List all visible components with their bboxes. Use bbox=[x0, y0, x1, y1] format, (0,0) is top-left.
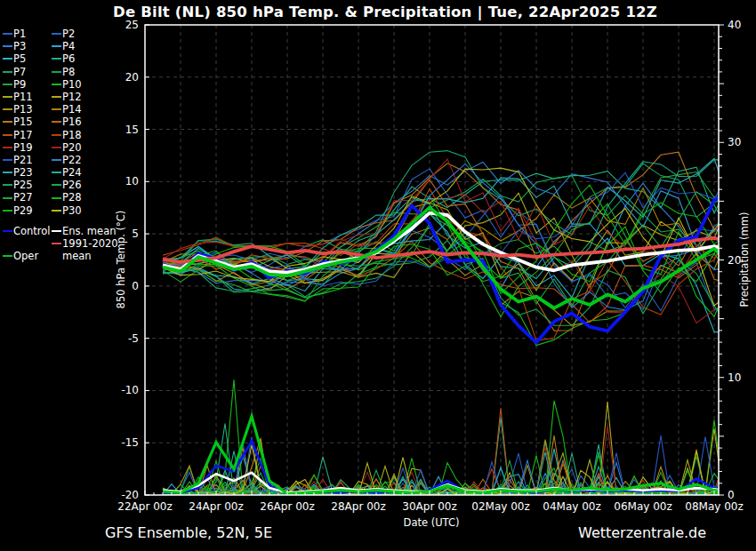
legend-label: P8 bbox=[62, 66, 75, 78]
legend-label: P7 bbox=[13, 66, 26, 78]
legend-item-p17: P17 bbox=[3, 129, 52, 141]
left-axis-tick-label: 5 bbox=[132, 228, 139, 240]
legend-label: P13 bbox=[13, 103, 33, 116]
x-axis-tick-label: 30Apr 00z bbox=[402, 500, 456, 513]
legend-item-p19: P19 bbox=[3, 141, 52, 154]
legend-item-p30: P30 bbox=[52, 204, 118, 217]
legend-item-p28: P28 bbox=[52, 191, 118, 204]
ensemble-member-temp-line bbox=[163, 214, 732, 333]
ens-mean-line-swatch bbox=[52, 230, 61, 232]
legend-label: P12 bbox=[62, 91, 82, 103]
legend: P1P2P3P4P5P6P7P8P9P10P11P12P13P14P15P16P… bbox=[3, 28, 118, 262]
legend-item-clim-mean: 1991-2020 bbox=[52, 237, 118, 250]
member-line-swatch bbox=[3, 108, 12, 110]
left-axis-tick-label: 10 bbox=[125, 175, 139, 188]
right-axis-tick-label: 30 bbox=[728, 136, 741, 148]
legend-label: P27 bbox=[13, 191, 33, 204]
member-line-swatch bbox=[3, 159, 12, 161]
legend-item-p16: P16 bbox=[52, 116, 118, 128]
legend-item-p13: P13 bbox=[3, 103, 52, 116]
member-line-swatch bbox=[52, 147, 61, 148]
x-axis-title: Date (UTC) bbox=[404, 516, 460, 529]
clim-mean-line-swatch bbox=[52, 243, 61, 244]
member-line-swatch bbox=[52, 197, 61, 199]
legend-item-p18: P18 bbox=[52, 129, 118, 141]
right-axis-tick-label: 40 bbox=[728, 19, 741, 31]
member-line-swatch bbox=[3, 210, 12, 212]
legend-item-p4: P4 bbox=[52, 40, 118, 52]
legend-label: P29 bbox=[13, 204, 33, 217]
member-line-swatch bbox=[3, 45, 12, 47]
legend-item-p12: P12 bbox=[52, 91, 118, 103]
member-line-swatch bbox=[52, 45, 61, 47]
x-axis-tick-label: 24Apr 00z bbox=[189, 500, 243, 513]
left-axis-tick-label: 0 bbox=[132, 280, 139, 292]
member-line-swatch bbox=[52, 159, 61, 161]
legend-label: P5 bbox=[13, 52, 26, 65]
legend-label: P25 bbox=[13, 179, 33, 191]
member-line-swatch bbox=[52, 33, 61, 35]
x-axis-tick-label: 06May 00z bbox=[614, 500, 672, 513]
legend-label: P16 bbox=[62, 116, 82, 128]
legend-item-p15: P15 bbox=[3, 116, 52, 128]
x-axis-tick-label: 02May 00z bbox=[471, 500, 529, 513]
oper-line-swatch bbox=[3, 255, 12, 257]
member-line-swatch bbox=[52, 184, 61, 186]
legend-label: P19 bbox=[13, 141, 33, 154]
member-line-swatch bbox=[3, 71, 12, 73]
legend-label: P9 bbox=[13, 78, 26, 91]
legend-spacer bbox=[3, 237, 52, 250]
legend-item-p7: P7 bbox=[3, 66, 52, 78]
legend-member-list: P1P2P3P4P5P6P7P8P9P10P11P12P13P14P15P16P… bbox=[3, 28, 118, 217]
legend-label: P22 bbox=[62, 154, 82, 166]
legend-label: mean bbox=[62, 251, 92, 262]
left-axis-tick-label: -5 bbox=[128, 332, 139, 345]
member-line-swatch bbox=[3, 197, 12, 199]
x-axis-tick-label: 22Apr 00z bbox=[117, 500, 172, 513]
ensemble-meteogram-app: De Bilt (NL) 850 hPa Temp. & Precipitati… bbox=[0, 0, 756, 551]
legend-label: P26 bbox=[62, 179, 82, 191]
member-line-swatch bbox=[52, 58, 61, 60]
legend-item-p22: P22 bbox=[52, 154, 118, 166]
ensemble-member-temp-line bbox=[163, 228, 732, 325]
legend-label: P18 bbox=[62, 129, 82, 141]
left-axis-tick-label: -15 bbox=[121, 436, 139, 449]
member-line-swatch bbox=[52, 134, 61, 136]
legend-label: P17 bbox=[13, 129, 33, 141]
legend-item-p25: P25 bbox=[3, 179, 52, 191]
legend-label: P28 bbox=[62, 191, 82, 204]
chart-title: De Bilt (NL) 850 hPa Temp. & Precipitati… bbox=[7, 4, 756, 20]
legend-item-p3: P3 bbox=[3, 40, 52, 52]
legend-label: P14 bbox=[62, 103, 82, 116]
legend-item-p11: P11 bbox=[3, 91, 52, 103]
legend-item-p10: P10 bbox=[52, 78, 118, 91]
legend-label: P6 bbox=[62, 52, 75, 65]
legend-label: Ens. mean bbox=[62, 225, 116, 237]
legend-item-p26: P26 bbox=[52, 179, 118, 191]
legend-label: P3 bbox=[13, 40, 26, 52]
legend-label: P23 bbox=[13, 166, 33, 179]
legend-item-p5: P5 bbox=[3, 52, 52, 65]
legend-label: P24 bbox=[62, 166, 82, 179]
legend-label: P1 bbox=[13, 28, 26, 40]
member-line-swatch bbox=[3, 121, 12, 123]
legend-item-p6: P6 bbox=[52, 52, 118, 65]
left-axis-tick-label: -20 bbox=[121, 489, 139, 501]
left-axis-tick-label: -10 bbox=[121, 384, 139, 396]
legend-item-p23: P23 bbox=[3, 166, 52, 179]
member-line-swatch bbox=[52, 71, 61, 73]
legend-label: P30 bbox=[62, 204, 82, 217]
legend-label: Control bbox=[13, 225, 51, 237]
member-line-swatch bbox=[52, 210, 61, 212]
legend-item-p29: P29 bbox=[3, 204, 52, 217]
legend-item-p20: P20 bbox=[52, 141, 118, 154]
legend-label: P11 bbox=[13, 91, 33, 103]
legend-label: Oper bbox=[13, 250, 38, 262]
x-axis-tick-label: 26Apr 00z bbox=[260, 500, 314, 513]
left-axis-tick-label: 25 bbox=[125, 19, 139, 31]
control-line-swatch bbox=[3, 230, 12, 232]
legend-item-p27: P27 bbox=[3, 191, 52, 204]
legend-label: P2 bbox=[62, 28, 75, 40]
x-axis-tick-label: 08May 00z bbox=[685, 500, 743, 513]
member-line-swatch bbox=[3, 58, 12, 60]
